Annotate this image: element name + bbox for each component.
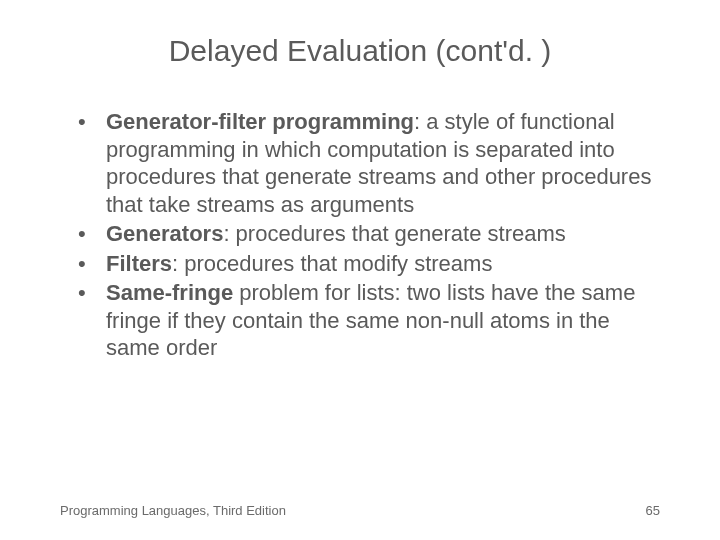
- term: Filters: [106, 251, 172, 276]
- page-number: 65: [646, 503, 660, 518]
- bullet-list: Generator-filter programming: a style of…: [78, 108, 660, 362]
- term: Generator-filter programming: [106, 109, 414, 134]
- term: Generators: [106, 221, 223, 246]
- list-item: Generators: procedures that generate str…: [78, 220, 660, 248]
- list-item: Filters: procedures that modify streams: [78, 250, 660, 278]
- slide-body: Generator-filter programming: a style of…: [60, 108, 660, 362]
- slide: Delayed Evaluation (cont'd. ) Generator-…: [0, 0, 720, 540]
- term: Same-fringe: [106, 280, 233, 305]
- list-item: Same-fringe problem for lists: two lists…: [78, 279, 660, 362]
- slide-title: Delayed Evaluation (cont'd. ): [60, 34, 660, 68]
- list-item: Generator-filter programming: a style of…: [78, 108, 660, 218]
- footer: Programming Languages, Third Edition 65: [60, 503, 660, 518]
- footer-source: Programming Languages, Third Edition: [60, 503, 286, 518]
- definition: : procedures that generate streams: [223, 221, 565, 246]
- definition: : procedures that modify streams: [172, 251, 492, 276]
